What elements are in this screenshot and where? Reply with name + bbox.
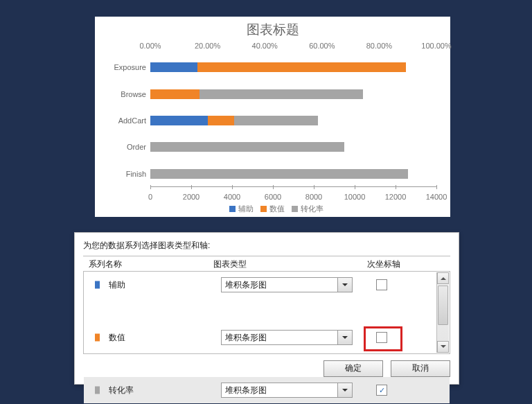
bar-segment: [208, 116, 234, 125]
chevron-down-icon[interactable]: [337, 383, 352, 397]
primary-axis-tick-label: 8000: [305, 193, 322, 201]
series-row[interactable]: 辅助堆积条形图: [84, 272, 450, 298]
chevron-down-icon[interactable]: [337, 278, 352, 292]
legend-swatch: [260, 206, 267, 212]
primary-axis-tick: [436, 185, 437, 189]
header-series-name: 系列名称: [89, 258, 122, 270]
series-color-swatch: [95, 334, 100, 342]
chart-row: Exposure: [150, 54, 436, 80]
secondary-axis-checkbox[interactable]: [376, 385, 387, 396]
header-secondary-axis: 次坐标轴: [367, 258, 400, 270]
secondary-axis-tick-label: 20.00%: [195, 42, 220, 50]
secondary-axis-tick-label: 80.00%: [366, 42, 392, 50]
series-grid: 辅助堆积条形图数值堆积条形图转化率堆积条形图: [83, 272, 450, 354]
series-color-swatch: [95, 281, 100, 289]
chart-type-value: 堆积条形图: [222, 332, 337, 344]
bar-segment: [197, 62, 406, 72]
series-color-swatch: [95, 387, 100, 394]
chart-row: Browse: [150, 80, 436, 107]
secondary-axis-tick-label: 40.00%: [252, 42, 278, 50]
secondary-axis-checkbox[interactable]: [376, 279, 387, 290]
dialog-column-headers: 系列名称 图表类型 次坐标轴: [83, 256, 450, 272]
series-name-label: 数值: [109, 332, 125, 344]
category-label: Browse: [102, 90, 146, 98]
series-name-label: 辅助: [109, 279, 125, 291]
chart-type-value: 堆积条形图: [222, 385, 337, 396]
secondary-axis-labels: 0.00%20.00%40.00%60.00%80.00%100.00%: [150, 42, 436, 53]
category-label: Finish: [102, 170, 146, 178]
combo-chart-dialog: 为您的数据系列选择图表类型和轴: 系列名称 图表类型 次坐标轴 辅助堆积条形图数…: [74, 232, 459, 385]
primary-axis-tick-label: 10000: [344, 193, 366, 201]
chart-type-combobox[interactable]: 堆积条形图: [221, 383, 353, 398]
primary-axis-tick-label: 12000: [385, 193, 407, 201]
series-row[interactable]: 转化率堆积条形图: [84, 377, 450, 403]
secondary-axis-tick-label: 0.00%: [139, 42, 161, 50]
chart-row: Finish: [150, 161, 436, 187]
category-label: Order: [102, 143, 146, 151]
secondary-axis-tick-label: 100.00%: [421, 42, 451, 50]
bar-segment: [150, 62, 197, 72]
chart-body: 0.00%20.00%40.00%60.00%80.00%100.00% Exp…: [102, 42, 443, 202]
legend-swatch: [229, 206, 236, 212]
chart-plot-area: ExposureBrowseAddCartOrderFinish: [150, 54, 436, 187]
bar-segment: [234, 116, 318, 125]
legend-label: 辅助: [238, 204, 254, 213]
bar-segment: [150, 89, 200, 99]
legend-label: 数值: [269, 204, 285, 213]
ok-button[interactable]: 确定: [323, 360, 383, 377]
secondary-axis-tick-label: 60.00%: [309, 42, 335, 50]
chart-type-value: 堆积条形图: [222, 279, 337, 291]
chart-type-combobox[interactable]: 堆积条形图: [221, 277, 353, 292]
primary-axis-tick-label: 4000: [224, 193, 240, 201]
chart-row: AddCart: [150, 107, 436, 134]
chart-type-combobox[interactable]: 堆积条形图: [221, 330, 353, 345]
chart-legend: 辅助数值转化率: [95, 204, 450, 214]
primary-axis-tick-label: 6000: [265, 193, 281, 201]
category-label: Exposure: [102, 63, 146, 71]
chevron-down-icon[interactable]: [337, 331, 352, 344]
category-label: AddCart: [102, 116, 146, 125]
header-chart-type: 图表类型: [213, 258, 247, 270]
dialog-button-bar: 确定 取消: [318, 360, 450, 377]
bar-segment: [150, 142, 344, 152]
chart-row: Order: [150, 134, 436, 160]
dialog-title: 为您的数据系列选择图表类型和轴:: [83, 240, 450, 252]
series-row[interactable]: 数值堆积条形图: [84, 324, 450, 351]
cancel-button[interactable]: 取消: [391, 360, 450, 377]
bar-segment: [200, 89, 363, 99]
bar-segment: [150, 116, 208, 125]
legend-label: 转化率: [301, 204, 323, 213]
legend-swatch: [292, 206, 298, 212]
series-name-label: 转化率: [109, 385, 134, 396]
chart-panel: 图表标题 0.00%20.00%40.00%60.00%80.00%100.00…: [95, 17, 450, 217]
bar-segment: [150, 169, 408, 179]
primary-axis-labels: 02000400060008000100001200014000: [150, 191, 436, 202]
secondary-axis-checkbox[interactable]: [376, 332, 387, 343]
primary-axis-tick-label: 2000: [183, 193, 200, 201]
primary-axis-tick-label: 0: [148, 193, 152, 201]
primary-axis-tick-label: 14000: [426, 193, 447, 201]
chart-title: 图表标题: [95, 17, 450, 39]
